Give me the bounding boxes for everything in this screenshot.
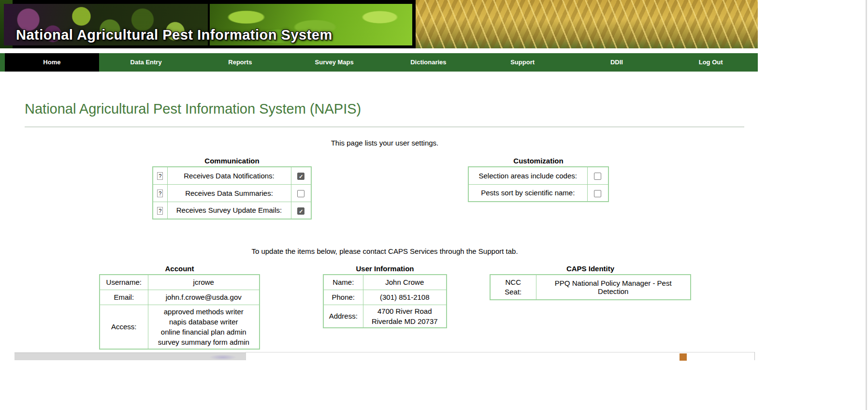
- checkbox-selection-areas-include-codes[interactable]: [594, 173, 601, 180]
- field-label: Phone:: [323, 290, 363, 305]
- field-label: Username:: [100, 275, 148, 290]
- table-row: Phone: (301) 851-2108: [323, 290, 447, 305]
- access-line: survey summary form admin: [151, 337, 257, 347]
- intro-text: This page lists your user settings.: [0, 139, 769, 147]
- checkbox-cell: [291, 184, 311, 202]
- orange-icon: [680, 353, 687, 361]
- banner-image-wheat: [416, 0, 758, 48]
- help-cell: ?: [153, 202, 167, 219]
- banner-title: National Agricultural Pest Information S…: [16, 27, 333, 43]
- checkbox-cell: [587, 167, 608, 184]
- nav-item-survey-maps[interactable]: Survey Maps: [287, 53, 381, 72]
- help-cell: ?: [153, 167, 167, 184]
- field-label: Address:: [323, 305, 363, 328]
- help-icon[interactable]: ?: [157, 207, 163, 215]
- setting-label: Selection areas include codes:: [468, 167, 587, 184]
- window-edge: [866, 0, 867, 410]
- field-value: PPQ National Policy Manager - Pest Detec…: [536, 275, 691, 300]
- nav-item-ddii[interactable]: DDII: [570, 53, 664, 72]
- access-line: napis database writer: [151, 317, 257, 327]
- nav-item-home[interactable]: Home: [5, 53, 99, 72]
- user-information-table: Name: John Crowe Phone: (301) 851-2108 A…: [323, 274, 447, 328]
- field-label: Email:: [100, 290, 148, 305]
- access-line: approved methods writer: [151, 307, 257, 317]
- field-label: Access:: [100, 305, 148, 349]
- communication-title: Communication: [152, 157, 312, 165]
- table-row: Address: 4700 River Road Riverdale MD 20…: [323, 305, 447, 328]
- banner: National Agricultural Pest Information S…: [0, 0, 758, 48]
- contact-note: To update the items below, please contac…: [0, 247, 769, 255]
- page: National Agricultural Pest Information S…: [0, 0, 868, 410]
- setting-label: Receives Data Summaries:: [167, 184, 291, 202]
- checkbox-receives-data-notifications[interactable]: [297, 173, 304, 180]
- table-row: Selection areas include codes:: [468, 167, 608, 184]
- checkbox-cell: [291, 167, 311, 184]
- user-information-title: User Information: [323, 264, 447, 273]
- account-title: Account: [99, 264, 260, 273]
- help-icon[interactable]: ?: [157, 172, 163, 180]
- page-title: National Agricultural Pest Information S…: [25, 101, 361, 117]
- customization-table: Selection areas include codes: Pests sor…: [468, 166, 609, 202]
- field-value: John Crowe: [363, 275, 447, 290]
- table-row: Access: approved methods writer napis da…: [100, 305, 260, 349]
- checkbox-receives-data-summaries[interactable]: [297, 190, 304, 197]
- communication-table: ? Receives Data Notifications: ? Receive…: [152, 166, 312, 220]
- setting-label: Receives Data Notifications:: [167, 167, 291, 184]
- setting-label: Receives Survey Update Emails:: [167, 202, 291, 219]
- help-cell: ?: [153, 184, 167, 202]
- checkbox-receives-survey-update-emails[interactable]: [297, 207, 304, 215]
- nav-item-support[interactable]: Support: [476, 53, 570, 72]
- partial-logo: [209, 354, 237, 360]
- table-row: Pests sort by scientific name:: [468, 184, 608, 202]
- field-value: 4700 River Road Riverdale MD 20737: [363, 305, 447, 328]
- checkbox-cell: [587, 184, 608, 202]
- access-line: online financial plan admin: [151, 327, 257, 337]
- title-divider: [25, 127, 744, 127]
- ncc-seat-label: NCC Seat:: [503, 278, 524, 297]
- field-label: NCC Seat:: [490, 275, 536, 300]
- address-line: Riverdale MD 20737: [366, 316, 444, 326]
- table-row: Name: John Crowe: [323, 275, 447, 290]
- customization-title: Customization: [468, 157, 609, 165]
- table-row: ? Receives Data Notifications:: [153, 167, 311, 184]
- table-row: Email: john.f.crowe@usda.gov: [100, 290, 260, 305]
- table-row: Username: jcrowe: [100, 275, 260, 290]
- checkbox-pests-sort-scientific-name[interactable]: [594, 190, 601, 197]
- setting-label: Pests sort by scientific name:: [468, 184, 587, 202]
- address-line: 4700 River Road: [366, 306, 444, 316]
- nav-item-reports[interactable]: Reports: [193, 53, 288, 72]
- help-icon[interactable]: ?: [157, 190, 163, 197]
- table-row: ? Receives Survey Update Emails:: [153, 202, 311, 219]
- main-nav: Home Data Entry Reports Survey Maps Dict…: [0, 53, 758, 72]
- checkbox-cell: [291, 202, 311, 219]
- caps-identity-title: CAPS Identity: [490, 264, 691, 273]
- nav-item-dictionaries[interactable]: Dictionaries: [381, 53, 476, 72]
- table-row: NCC Seat: PPQ National Policy Manager - …: [490, 275, 691, 300]
- field-value: approved methods writer napis database w…: [148, 305, 260, 349]
- field-value: jcrowe: [148, 275, 260, 290]
- field-label: Name:: [323, 275, 363, 290]
- field-value: (301) 851-2108: [363, 290, 447, 305]
- field-value: john.f.crowe@usda.gov: [148, 290, 260, 305]
- caps-identity-table: NCC Seat: PPQ National Policy Manager - …: [490, 274, 691, 300]
- nav-item-data-entry[interactable]: Data Entry: [99, 53, 193, 72]
- account-table: Username: jcrowe Email: john.f.crowe@usd…: [99, 274, 260, 350]
- table-row: ? Receives Data Summaries:: [153, 184, 311, 202]
- background-window-panel: [246, 352, 755, 360]
- nav-item-log-out[interactable]: Log Out: [664, 53, 758, 72]
